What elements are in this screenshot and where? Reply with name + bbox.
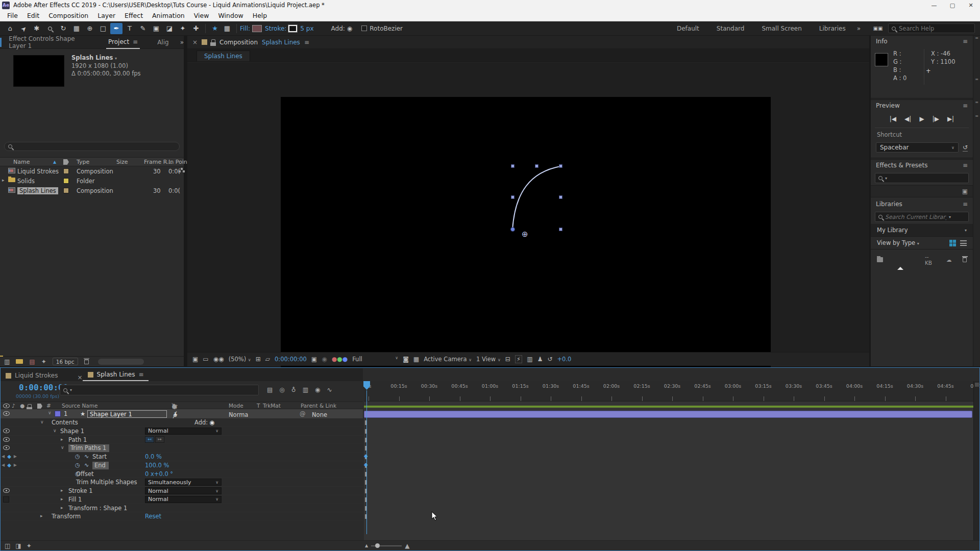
prev-keyframe-icon[interactable]: ◀ — [2, 454, 5, 459]
reset-link[interactable]: Reset — [145, 513, 161, 520]
maximize-button[interactable]: ▢ — [943, 0, 962, 10]
property-value[interactable]: 0 x+0.0 ° — [145, 470, 173, 478]
property-row-transform-shape-1[interactable]: ▸Transform : Shape 1 — [1, 504, 363, 513]
channel-eyes-icon[interactable]: ◉◉ — [213, 356, 224, 363]
stroke-swatch[interactable] — [288, 25, 297, 32]
shortcut-dropdown[interactable]: Spacebar ∨ — [876, 142, 959, 153]
panel-menu-icon[interactable]: ≡ — [963, 102, 968, 109]
stroke-1-dropdown[interactable]: Normal∨ — [145, 487, 222, 494]
libraries-panel-header[interactable]: Libraries ≡ — [871, 198, 973, 210]
resolution-dropdown[interactable]: Full∨ — [352, 356, 398, 363]
workspace-standard[interactable]: Standard — [717, 25, 745, 32]
last-frame-icon[interactable]: ▶| — [947, 115, 954, 122]
prev-keyframe-icon[interactable]: ◀ — [2, 463, 5, 467]
keyframe-icon[interactable]: ◆ — [364, 462, 368, 467]
delete-icon[interactable] — [84, 359, 89, 364]
selection-handle[interactable] — [511, 164, 514, 168]
pixel-aspect-icon[interactable]: ⊟ — [505, 356, 510, 363]
sort-arrow-icon[interactable]: ▲ — [53, 160, 56, 164]
panel-menu-icon[interactable]: ≡ — [963, 38, 968, 45]
col-in-point[interactable]: In Point — [168, 159, 189, 165]
property-label[interactable]: Start — [92, 453, 107, 460]
libraries-search[interactable]: ▾ — [875, 212, 969, 222]
reset-exposure-icon[interactable]: ↺ — [547, 356, 552, 363]
property-row-offset[interactable]: ◷Offset0 x+0.0 ° — [1, 470, 363, 479]
property-label[interactable]: End — [92, 462, 109, 469]
next-keyframe-icon[interactable]: ▶ — [14, 454, 17, 459]
col-parent-link[interactable]: Parent & Link — [301, 403, 336, 409]
close-tab-icon[interactable]: × — [192, 39, 198, 46]
item-name[interactable]: Solids — [17, 178, 35, 185]
chevron-down-icon[interactable]: ▾ — [949, 215, 951, 219]
keyframe-diamond-icon[interactable]: ◆ — [7, 462, 11, 468]
safe-margins-icon[interactable]: ⊞ — [256, 356, 261, 363]
zoom-slider-handle[interactable] — [375, 543, 380, 548]
property-label[interactable]: Shape 1 — [60, 428, 84, 435]
pickwhip-icon[interactable]: @ — [300, 410, 306, 417]
show-snapshot-icon[interactable]: ◉ — [322, 356, 327, 363]
stroke-width-value[interactable]: 5 px — [300, 25, 313, 32]
visibility-eye-icon[interactable] — [3, 445, 10, 450]
layer-name[interactable]: Shape Layer 1 — [87, 410, 167, 418]
transparency-grid-icon[interactable]: ▦ — [413, 356, 419, 363]
stroke-label[interactable]: Stroke: — [265, 25, 286, 32]
col-type[interactable]: Type — [77, 159, 89, 165]
rotobezier-checkbox[interactable] — [361, 26, 367, 31]
tab-effect-controls[interactable]: Effect Controls Shape Layer 1 — [5, 35, 88, 49]
bit-depth-button[interactable]: 16 bpc — [53, 358, 78, 365]
chevron-down-icon[interactable]: ▾ — [115, 56, 117, 61]
audio-icon[interactable]: ♪ — [12, 403, 15, 409]
layer-switch-icon[interactable]: ╱ — [173, 411, 177, 418]
timeline-zoom-control[interactable]: ▲ ▲ — [365, 542, 409, 549]
expander-icon[interactable]: ▸ — [61, 488, 63, 493]
visibility-eye-icon[interactable] — [3, 411, 10, 416]
menu-composition[interactable]: Composition — [44, 12, 93, 19]
project-search[interactable] — [4, 142, 180, 151]
timeline-tab-liquid-strokes[interactable]: Liquid Strokes — [1, 370, 63, 381]
always-preview-icon[interactable]: ▣ — [192, 356, 198, 363]
timeline-search-input[interactable] — [75, 387, 228, 393]
preview-panel-header[interactable]: Preview ≡ — [871, 100, 973, 111]
comp-marker-button[interactable] — [975, 383, 979, 387]
selection-handle[interactable] — [559, 195, 562, 199]
pen-tool-icon[interactable]: ✒ — [110, 23, 122, 34]
panel-menu-icon[interactable]: ≡ — [304, 39, 309, 46]
solo-icon[interactable]: ● — [20, 403, 24, 409]
graph-editor-icon[interactable]: ∿ — [327, 386, 332, 393]
info-panel-header[interactable]: Info ≡ — [871, 36, 973, 47]
project-search-input[interactable] — [12, 143, 155, 150]
view-by-label[interactable]: View by Type ▾ — [877, 239, 919, 246]
home-tool-icon[interactable]: ⌂ — [4, 23, 16, 34]
col-mode[interactable]: Mode — [229, 403, 243, 409]
comp-tab-name[interactable]: Splash Lines — [262, 39, 300, 46]
col-source-name[interactable]: Source Name — [62, 403, 97, 409]
label-color-swatch[interactable] — [63, 188, 69, 193]
menu-file[interactable]: File — [3, 12, 22, 19]
play-icon[interactable]: ▶ — [919, 115, 924, 122]
property-label[interactable]: Transform : Shape 1 — [68, 505, 127, 512]
panel-menu-icon[interactable]: ≡ — [963, 162, 968, 169]
interpret-footage-icon[interactable]: ▥ — [4, 358, 10, 365]
panel-menu-icon[interactable]: ≡ — [963, 201, 968, 208]
comp-mini-flowchart-icon[interactable]: ▤ — [267, 386, 273, 393]
effects-search[interactable]: ▾ — [875, 173, 969, 183]
label-color-swatch[interactable] — [63, 168, 69, 174]
eraser-tool-icon[interactable]: ◪ — [163, 23, 176, 34]
layer-row[interactable]: ∨ 1 ★ Shape Layer 1 ♁✦╱ Norma∨ @ None∨ — [1, 409, 363, 418]
property-row-trim-paths-1[interactable]: ∨Trim Paths 1 — [1, 444, 363, 453]
switch--icon[interactable]: ◇ — [172, 403, 176, 409]
expander-icon[interactable]: ∨ — [53, 428, 57, 433]
zoom-out-mountain-icon[interactable]: ▲ — [365, 543, 368, 548]
label-column-icon[interactable] — [37, 404, 42, 409]
fill-1-dropdown[interactable]: Normal∨ — [145, 496, 222, 503]
path-vertex-point[interactable] — [510, 227, 515, 232]
expand-inout-icon[interactable]: ✦ — [27, 542, 32, 549]
property-label[interactable]: Trim Multiple Shapes — [76, 479, 137, 486]
property-row-path-1[interactable]: ▸Path 1↤↦ — [1, 436, 363, 444]
camera-tool-icon[interactable]: ▦ — [70, 23, 83, 34]
add-icon[interactable]: ◉ — [347, 25, 352, 32]
visibility-eye-icon[interactable] — [3, 429, 10, 433]
menu-edit[interactable]: Edit — [22, 12, 44, 19]
workspace-libraries[interactable]: Libraries — [819, 25, 846, 32]
panel-menu-icon[interactable]: ≡ — [138, 371, 143, 378]
